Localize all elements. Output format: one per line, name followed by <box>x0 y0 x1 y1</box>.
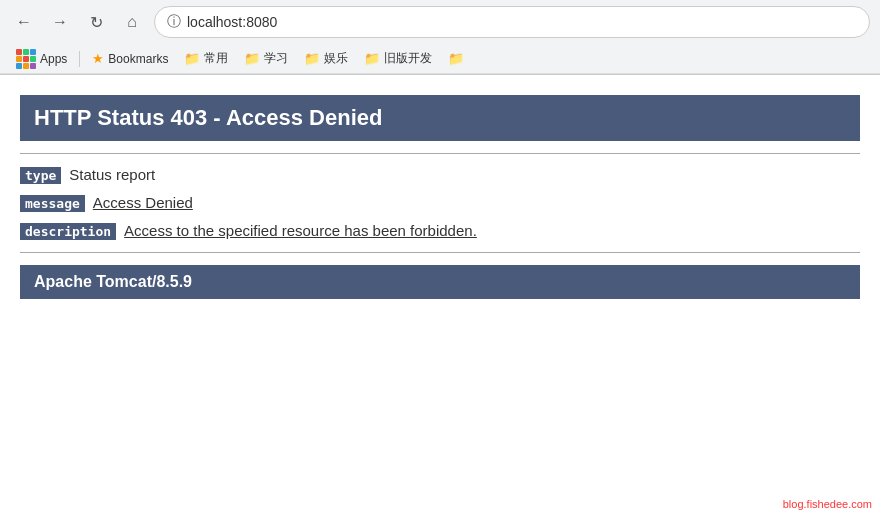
message-row: message Access Denied <box>20 194 860 212</box>
description-row: description Access to the specified reso… <box>20 222 860 240</box>
folder-yule[interactable]: 📁 娱乐 <box>298 48 354 69</box>
watermark: blog.fishedee.com <box>783 498 872 510</box>
tomcat-footer: Apache Tomcat/8.5.9 <box>20 265 860 299</box>
info-icon: ⓘ <box>167 13 181 31</box>
apps-bookmark[interactable]: Apps <box>10 47 73 71</box>
apps-grid-icon <box>16 49 36 69</box>
http-status-header: HTTP Status 403 - Access Denied <box>20 95 860 141</box>
status-table: type Status report message Access Denied… <box>20 166 860 240</box>
description-label: description <box>20 223 116 240</box>
bookmarks-item[interactable]: ★ Bookmarks <box>86 49 174 68</box>
nav-bar: ← → ↻ ⌂ ⓘ <box>0 0 880 44</box>
divider <box>79 51 80 67</box>
divider-bottom <box>20 252 860 253</box>
reload-button[interactable]: ↻ <box>82 8 110 36</box>
page-content: HTTP Status 403 - Access Denied type Sta… <box>0 75 880 518</box>
folder-changyong[interactable]: 📁 常用 <box>178 48 234 69</box>
folder-icon-5: 📁 <box>448 51 464 66</box>
bookmarks-bar: Apps ★ Bookmarks 📁 常用 📁 学习 📁 娱乐 📁 旧版开发 📁 <box>0 44 880 74</box>
bookmarks-label: Bookmarks <box>108 52 168 66</box>
url-input[interactable] <box>187 14 857 30</box>
folder-icon-4: 📁 <box>364 51 380 66</box>
folder-jiuban[interactable]: 📁 旧版开发 <box>358 48 438 69</box>
folder-more[interactable]: 📁 <box>442 49 470 68</box>
address-bar[interactable]: ⓘ <box>154 6 870 38</box>
folder-label-2: 学习 <box>264 50 288 67</box>
star-icon: ★ <box>92 51 104 66</box>
folder-icon-2: 📁 <box>244 51 260 66</box>
type-row: type Status report <box>20 166 860 184</box>
divider-top <box>20 153 860 154</box>
folder-xuexi[interactable]: 📁 学习 <box>238 48 294 69</box>
folder-icon-1: 📁 <box>184 51 200 66</box>
back-button[interactable]: ← <box>10 8 38 36</box>
message-value: Access Denied <box>93 194 193 211</box>
description-value: Access to the specified resource has bee… <box>124 222 477 239</box>
folder-label-1: 常用 <box>204 50 228 67</box>
forward-button[interactable]: → <box>46 8 74 36</box>
apps-label: Apps <box>40 52 67 66</box>
folder-label-3: 娱乐 <box>324 50 348 67</box>
folder-label-4: 旧版开发 <box>384 50 432 67</box>
message-label: message <box>20 195 85 212</box>
home-button[interactable]: ⌂ <box>118 8 146 36</box>
type-label: type <box>20 167 61 184</box>
browser-chrome: ← → ↻ ⌂ ⓘ Apps ★ Bookm <box>0 0 880 75</box>
type-value: Status report <box>69 166 155 183</box>
folder-icon-3: 📁 <box>304 51 320 66</box>
